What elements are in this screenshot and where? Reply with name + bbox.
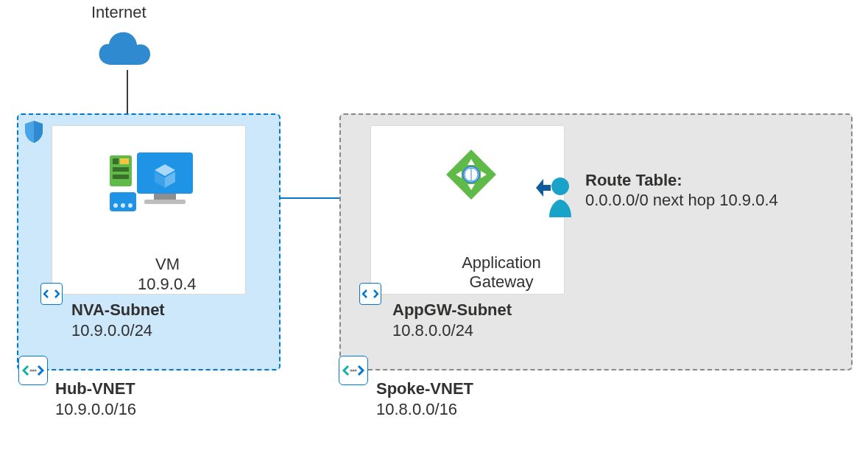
vnet-icon bbox=[18, 356, 48, 385]
svg-point-9 bbox=[113, 203, 118, 208]
route-table-icon bbox=[534, 172, 579, 222]
subnet-icon bbox=[40, 283, 63, 305]
shield-icon bbox=[23, 119, 45, 147]
svg-point-20 bbox=[350, 369, 352, 371]
svg-rect-4 bbox=[113, 158, 119, 164]
internet-label: Internet bbox=[91, 3, 147, 22]
vm-label: VM bbox=[155, 255, 180, 274]
hub-subnet-name: NVA-Subnet bbox=[71, 300, 165, 320]
hub-subnet-cidr: 10.9.0.0/24 bbox=[71, 321, 152, 340]
vnet-icon bbox=[339, 356, 368, 385]
application-gateway-icon bbox=[445, 148, 498, 204]
svg-rect-6 bbox=[113, 167, 129, 172]
svg-rect-7 bbox=[113, 175, 129, 179]
svg-rect-1 bbox=[154, 194, 176, 200]
svg-point-14 bbox=[34, 369, 36, 371]
svg-point-11 bbox=[128, 203, 133, 208]
application-gateway-label: Application Gateway bbox=[461, 253, 542, 292]
spoke-vnet-cidr: 10.8.0.0/16 bbox=[376, 400, 457, 419]
route-table-text: 0.0.0.0/0 next hop 10.9.0.4 bbox=[585, 191, 778, 210]
svg-point-21 bbox=[352, 369, 354, 371]
hub-subnet-box: VM 10.9.0.4 bbox=[52, 125, 246, 295]
hub-vnet-container: VM 10.9.0.4 NVA-Subnet 10.9.0.0/24 Hub-V… bbox=[17, 113, 280, 370]
vm-ip: 10.9.0.4 bbox=[138, 275, 197, 294]
spoke-subnet-name: AppGW-Subnet bbox=[392, 300, 512, 320]
cloud-icon bbox=[96, 29, 153, 71]
vm-icon bbox=[110, 144, 198, 228]
svg-point-12 bbox=[29, 369, 32, 371]
hub-vnet-name: Hub-VNET bbox=[55, 379, 135, 398]
spoke-subnet-cidr: 10.8.0.0/24 bbox=[392, 321, 473, 340]
route-table-title: Route Table: bbox=[585, 171, 682, 190]
svg-point-22 bbox=[354, 369, 356, 371]
spoke-vnet-name: Spoke-VNET bbox=[376, 379, 473, 398]
svg-point-19 bbox=[551, 177, 569, 195]
subnet-icon bbox=[359, 283, 381, 305]
svg-rect-2 bbox=[144, 200, 186, 204]
hub-vnet-cidr: 10.9.0.0/16 bbox=[55, 400, 136, 419]
svg-rect-8 bbox=[110, 192, 136, 211]
svg-point-13 bbox=[32, 369, 34, 371]
svg-rect-5 bbox=[120, 158, 129, 164]
spoke-vnet-container: Application Gateway Route Table: 0.0.0.0… bbox=[339, 113, 853, 370]
svg-point-10 bbox=[121, 203, 125, 208]
